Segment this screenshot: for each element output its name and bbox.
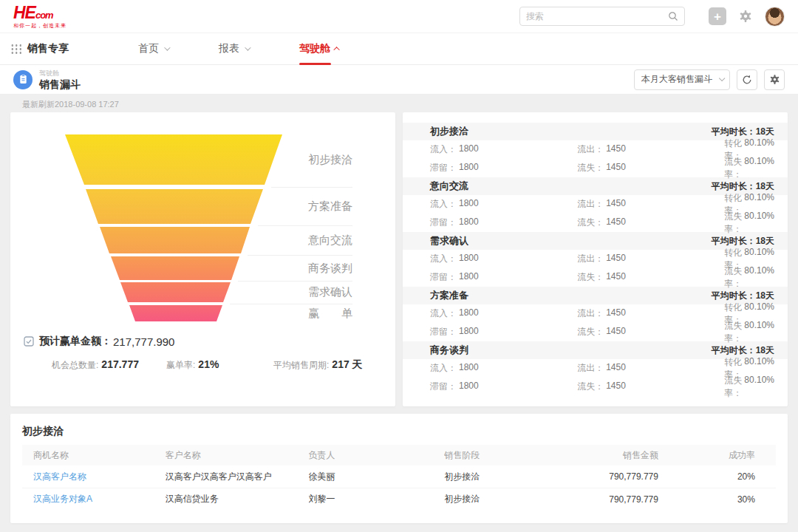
metric-label: 流失： xyxy=(577,381,604,393)
stage-name: 初步接洽 xyxy=(430,125,468,138)
funnel-segment[interactable] xyxy=(65,282,282,302)
refresh-button[interactable] xyxy=(737,69,757,90)
metric-label: 流出： xyxy=(577,253,604,265)
metric-value: 1800 xyxy=(459,253,479,265)
opportunity-link[interactable]: 汉高业务对象A xyxy=(22,493,166,505)
metric-label: 流失： xyxy=(577,162,604,174)
stage-metric: 流失：1450 xyxy=(577,271,724,284)
funnel-segment[interactable] xyxy=(65,134,282,185)
stage-metric: 流出：1450 xyxy=(577,307,724,320)
funnel-kpis: 机会总数量:217.777 赢单率:21% 平均销售周期:217 天 xyxy=(10,358,395,373)
funnel-filter-select[interactable]: 本月大客销售漏斗 xyxy=(634,69,730,90)
stage-metric: 流出：1450 xyxy=(577,143,724,156)
table-cell: 初步接洽 xyxy=(444,471,580,483)
nav-item-reports[interactable]: 报表 xyxy=(219,33,249,65)
metric-label: 流失： xyxy=(577,271,604,284)
add-button[interactable]: + xyxy=(709,7,726,25)
chevron-down-icon xyxy=(164,44,170,50)
nav-item-home[interactable]: 首页 xyxy=(138,33,168,65)
metric-value: 1450 xyxy=(606,381,626,393)
stage-metric: 滞留：1800 xyxy=(430,271,577,284)
chevron-down-icon xyxy=(719,75,725,81)
page-title: 销售漏斗 xyxy=(39,79,81,89)
table-cell: 20% xyxy=(663,471,776,482)
metric-label: 流出： xyxy=(577,362,604,375)
funnel-segment[interactable] xyxy=(65,189,282,224)
opportunity-link[interactable]: 汉高客户名称 xyxy=(22,471,166,483)
logo-text: HEcom xyxy=(13,4,66,21)
metric-value: 80.10% xyxy=(744,375,774,400)
metric-value: 1800 xyxy=(459,271,479,284)
stage-name: 商务谈判 xyxy=(430,344,468,357)
stage-metric: 流入：1800 xyxy=(430,253,577,265)
metric-label: 流失率： xyxy=(724,211,742,236)
logo[interactable]: HEcom 和你一起，创造未来 xyxy=(13,4,66,28)
stage-metric-row: 滞留：1800流失：1450流失率：80.10% xyxy=(403,159,788,177)
metric-label: 流出： xyxy=(577,143,604,156)
metric-label: 流出： xyxy=(577,307,604,320)
gear-icon xyxy=(769,74,780,85)
metric-value: 80.10% xyxy=(744,156,774,181)
table-cell: 刘黎一 xyxy=(309,493,445,505)
stage-metric: 滞留：1800 xyxy=(430,216,577,229)
stage-metric: 流失率：80.10% xyxy=(724,265,774,290)
table-body: 汉高客户名称汉高客户汉高客户汉高客户徐美丽初步接洽790,779.77920%汉… xyxy=(22,466,776,510)
funnel-stage-label: 需求确认 xyxy=(308,284,352,299)
metric-label: 流入： xyxy=(430,362,457,375)
column-header: 销售金额 xyxy=(580,449,663,462)
metric-label: 流出： xyxy=(577,198,604,211)
funnel-stage-label: 方案准备 xyxy=(308,199,352,214)
metric-label: 流入： xyxy=(430,143,457,156)
metric-value: 1800 xyxy=(459,143,479,156)
funnel-label-divider xyxy=(271,187,352,188)
user-avatar[interactable] xyxy=(765,7,785,27)
funnel-segment[interactable] xyxy=(65,305,282,321)
stage-metric: 滞留：1800 xyxy=(430,162,577,174)
table-cell: 徐美丽 xyxy=(309,471,445,483)
stage-avg-duration: 平均时长：18天 xyxy=(712,290,774,302)
search-icon[interactable] xyxy=(668,11,678,21)
title-bar: 驾驶舱 销售漏斗 本月大客销售漏斗 xyxy=(0,65,798,95)
global-search[interactable] xyxy=(519,7,685,26)
settings-button[interactable] xyxy=(737,7,754,25)
metric-label: 流失率： xyxy=(724,320,742,345)
table-row[interactable]: 汉高客户名称汉高客户汉高客户汉高客户徐美丽初步接洽790,779.77920% xyxy=(22,466,776,488)
metric-value: 1800 xyxy=(459,162,479,174)
expected-amount-value: 217,777.990 xyxy=(113,335,174,348)
column-header: 销售阶段 xyxy=(444,449,580,462)
workspace-name[interactable]: 销售专享 xyxy=(27,42,69,55)
metric-value: 1800 xyxy=(459,198,479,211)
search-input[interactable] xyxy=(526,11,668,21)
funnel-segment[interactable] xyxy=(65,227,282,253)
metric-value: 1800 xyxy=(459,326,479,338)
opportunity-table-card: 初步接洽 商机名称 客户名称 负责人 销售阶段 销售金额 成功率 汉高客户名称汉… xyxy=(10,414,788,523)
table-row[interactable]: 汉高业务对象A汉高信贷业务刘黎一初步接洽790,779.77930% xyxy=(22,488,776,510)
app-screen: HEcom 和你一起，创造未来 + xyxy=(0,0,798,532)
metric-label: 滞留： xyxy=(430,326,457,338)
dashboard-icon xyxy=(13,70,33,89)
breadcrumb: 驾驶舱 xyxy=(39,70,81,77)
metric-label: 流失率： xyxy=(724,156,742,181)
metric-value: 1800 xyxy=(459,307,479,320)
table-cell: 初步接洽 xyxy=(444,493,580,505)
dashboard-settings-button[interactable] xyxy=(764,69,785,90)
metric-value: 1450 xyxy=(606,253,626,265)
metric-label: 流入： xyxy=(430,198,457,211)
stage-metric: 滞留：1800 xyxy=(430,381,577,393)
stage-metric: 流失：1450 xyxy=(577,162,724,174)
metric-label: 流入： xyxy=(430,307,457,320)
funnel-segment[interactable] xyxy=(65,256,282,280)
nav-item-cockpit[interactable]: 驾驶舱 xyxy=(299,33,340,65)
metric-label: 流失率： xyxy=(724,375,742,400)
column-header: 负责人 xyxy=(309,449,445,462)
logo-tagline: 和你一起，创造未来 xyxy=(13,23,66,28)
funnel-label-divider xyxy=(230,304,352,304)
stage-metric: 流入：1800 xyxy=(430,143,577,156)
metric-value: 1450 xyxy=(606,143,626,156)
metric-label: 滞留： xyxy=(430,216,457,229)
table-cell: 790,779.779 xyxy=(580,471,663,482)
stage-metric: 流入：1800 xyxy=(430,362,577,375)
chevron-up-icon xyxy=(333,47,339,52)
metric-value: 1800 xyxy=(459,362,479,375)
app-grid-icon[interactable] xyxy=(10,44,21,54)
